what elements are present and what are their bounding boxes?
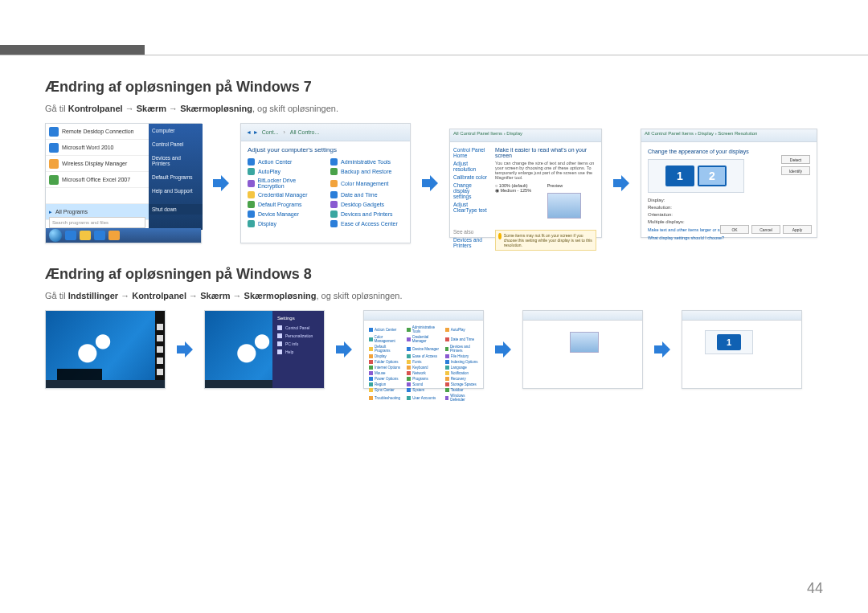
search-placeholder: Search programs and files [52,220,108,225]
taskbar [46,380,165,388]
cp-item: Administrative Tools [407,325,440,333]
preview-box [547,193,581,219]
cp-item: Windows Defender [445,394,478,402]
arrow-glyph: → [121,291,129,300]
side-item: Computer [149,124,203,137]
cp-item: Date and Time [445,335,478,343]
window-header: All Control Panel Items › Display [450,129,601,142]
instr-prefix: Gå til [45,104,68,113]
settings-charm-icon [157,369,163,375]
cp-item: Color Management [369,335,402,343]
win7-control-panel-screenshot: ◄ ► Cont...› All Contro... Adjust your c… [240,123,411,243]
cp-item: User Accounts [407,394,440,402]
side-item: Devices and Printers [149,151,203,170]
flow-arrow-icon [612,174,631,193]
nav-item: Adjust resolution [453,161,487,172]
win7-start-menu-screenshot: Remote Desktop Connection Microsoft Word… [45,123,202,243]
start-menu-left: Remote Desktop Connection Microsoft Word… [46,124,149,230]
arrow-glyph: → [169,104,178,113]
flow-arrow-icon [175,340,194,359]
flow-arrow-icon [653,340,672,359]
flow-arrow-icon [334,340,354,359]
cp-item: Power Options [369,377,402,381]
section1-instruction: Gå til Kontrolpanel → Skærm → Skærmopløs… [45,104,823,113]
taskbar-icon [108,231,120,240]
devices-charm-icon [157,358,163,364]
start-item: Remote Desktop Connection [46,124,149,140]
cp-item: Indexing Options [445,360,478,364]
cp-item: BitLocker Drive Encryption [248,178,321,189]
arrow-glyph: → [189,291,198,300]
window-header: All Control Panel Items › Display › Scre… [641,129,817,142]
search-charm-icon [157,324,163,330]
cp-item: Fonts [407,360,440,364]
win8-settings-screenshot: Settings Control Panel Personalization P… [204,310,325,389]
cp-item: AutoPlay [445,325,478,333]
cp-item: Display [248,220,321,227]
win7-resolution-screenshot: All Control Panel Items › Display › Scre… [641,129,817,238]
cp-item: Device Manager [407,345,440,353]
preview-box [570,332,599,353]
side-item: Help and Support [149,184,203,198]
page-number: 44 [807,580,823,597]
cp-item: Programs [407,377,440,381]
nav-item: Calibrate color [453,174,487,180]
start-item-label: Microsoft Office Excel 2007 [62,177,130,182]
cp-item: Troubleshooting [369,394,402,402]
cp-item: Devices and Printers [330,210,403,218]
breadcrumb: All Contro... [290,129,320,135]
flow-arrow-icon [493,340,513,359]
header-rule [0,55,868,55]
section1-heading: Ændring af opløsningen på Windows 7 [45,79,823,96]
cp-item: Network [407,371,440,375]
cp-item: Display [369,354,402,358]
cp-item: Color Management [330,178,403,189]
all-programs-label: All Programs [55,209,88,215]
field-label: Orientation: [648,212,673,217]
cp-item: Sync Center [369,388,402,392]
start-item-label: Wireless Display Manager [62,161,127,166]
settings-panel: Settings Control Panel Personalization P… [272,311,324,388]
preview-label: Preview [547,183,563,188]
cp-item: Desktop Gadgets [330,201,403,208]
settings-item: Personalization [277,333,319,338]
warning-text: Some items may not fit on your screen if… [504,233,593,247]
cp-item: Backup and Restore [330,168,403,175]
cp-item: Device Manager [248,210,321,218]
cp-item: Administrative Tools [330,158,403,166]
start-item-label: Microsoft Word 2010 [62,145,113,150]
window-header [364,311,483,321]
cp-item: Sound [407,382,440,386]
monitor-1: 1 [665,166,694,186]
start-item-label: Remote Desktop Connection [62,129,134,134]
cp-item: File History [445,354,478,358]
cancel-button: Cancel [751,225,780,234]
win8-display-screenshot [522,310,643,389]
start-search: Search programs and files [49,217,145,228]
taskbar-icon [80,231,91,240]
field-label: Resolution: [648,205,672,210]
res-heading: Change the appearance of your displays [648,149,810,154]
side-item: Control Panel [149,137,203,151]
seealso: Devices and Printers [453,237,487,248]
nav-item: Adjust ClearType text [453,202,487,213]
path-seg: Skærmopløsning [244,291,317,300]
field-label: Display: [648,198,665,202]
breadcrumb: Cont... [262,129,279,135]
warning-banner: Some items may not fit on your screen if… [495,230,596,251]
instr-suffix: , og skift opløsningen. [316,291,402,300]
cp-item: Action Center [369,325,402,333]
scale-opt: Medium - 125% [501,188,532,193]
start-popup [57,369,102,380]
cp-item: Keyboard [407,366,440,370]
start-charm-icon [157,346,163,353]
start-item [46,188,149,204]
win7-display-screenshot: All Control Panel Items › Display Contro… [449,129,602,238]
charms-bar [155,311,165,388]
warning-icon [498,233,502,239]
shutdown-button: Shut down [149,204,203,215]
start-item: Microsoft Office Excel 2007 [46,172,149,188]
instr-prefix: Gå til [45,291,68,300]
ok-button: OK [720,225,749,234]
flow-arrow-icon [211,174,231,193]
